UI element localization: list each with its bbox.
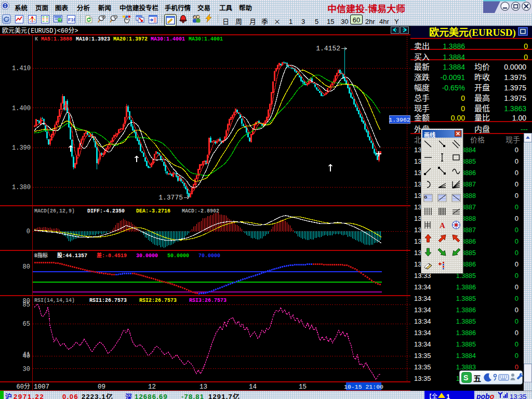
svg-text:A: A bbox=[440, 221, 445, 230]
svg-text:80: 80 bbox=[23, 263, 30, 271]
svg-text:MA5:1.3888: MA5:1.3888 bbox=[41, 36, 72, 42]
svg-text:30: 30 bbox=[23, 366, 30, 373]
svg-text:1.390: 1.390 bbox=[12, 144, 31, 152]
svg-text:股:44.1357: 股:44.1357 bbox=[57, 251, 87, 259]
svg-text:65: 65 bbox=[23, 321, 30, 328]
svg-text:MA20:1.3972: MA20:1.3972 bbox=[113, 36, 148, 42]
svg-text:1.4152: 1.4152 bbox=[316, 45, 340, 52]
svg-text:RSI3:26.7573: RSI3:26.7573 bbox=[189, 298, 227, 303]
svg-text:F10: F10 bbox=[68, 17, 75, 22]
svg-text:差:-8.4519: 差:-8.4519 bbox=[97, 251, 127, 259]
svg-text:30.0000: 30.0000 bbox=[136, 251, 158, 259]
svg-text:10-15 21:00: 10-15 21:00 bbox=[344, 383, 383, 390]
svg-text:S: S bbox=[463, 374, 468, 382]
svg-text:1.3775: 1.3775 bbox=[158, 194, 183, 202]
svg-text:MACD:-2.8902: MACD:-2.8902 bbox=[182, 208, 219, 214]
svg-text:13: 13 bbox=[200, 383, 207, 391]
svg-text:RSI(14,14,14): RSI(14,14,14) bbox=[34, 298, 75, 303]
svg-text:K: K bbox=[35, 36, 38, 42]
svg-text:1.380: 1.380 bbox=[12, 184, 31, 191]
svg-text:1.410: 1.410 bbox=[12, 65, 31, 72]
svg-text:41: 41 bbox=[23, 351, 30, 358]
svg-text:RSI2:26.7573: RSI2:26.7573 bbox=[139, 298, 177, 303]
svg-text:14: 14 bbox=[249, 383, 257, 391]
svg-text:1.400: 1.400 bbox=[12, 105, 31, 112]
svg-text:MA30:1.4001: MA30:1.4001 bbox=[189, 36, 223, 42]
svg-text:G: G bbox=[424, 195, 427, 200]
svg-text:15: 15 bbox=[299, 383, 307, 391]
svg-text:DIFF:-4.2350: DIFF:-4.2350 bbox=[87, 208, 125, 214]
svg-text:09: 09 bbox=[98, 383, 105, 391]
svg-text:1007: 1007 bbox=[34, 383, 49, 391]
svg-text:MACD(26,12,9): MACD(26,12,9) bbox=[34, 208, 75, 214]
svg-text:1.3962: 1.3962 bbox=[389, 116, 410, 123]
svg-text:欧元美元(EURUSD)<60分>: 欧元美元(EURUSD)<60分> bbox=[2, 26, 78, 34]
svg-text:50.0000: 50.0000 bbox=[167, 251, 189, 259]
svg-text:0: 0 bbox=[26, 228, 30, 235]
svg-text:B指标: B指标 bbox=[34, 251, 48, 259]
svg-text:DEA:-3.2716: DEA:-3.2716 bbox=[136, 208, 170, 214]
svg-text:MA10:1.3923: MA10:1.3923 bbox=[76, 36, 110, 42]
svg-text:70.0000: 70.0000 bbox=[198, 251, 220, 259]
svg-text:MA30:1.4001: MA30:1.4001 bbox=[151, 36, 185, 42]
svg-text:RSI1:26.7573: RSI1:26.7573 bbox=[89, 298, 127, 303]
svg-text:60分: 60分 bbox=[17, 381, 30, 390]
svg-text:12: 12 bbox=[148, 383, 156, 391]
svg-text:80: 80 bbox=[23, 298, 30, 305]
